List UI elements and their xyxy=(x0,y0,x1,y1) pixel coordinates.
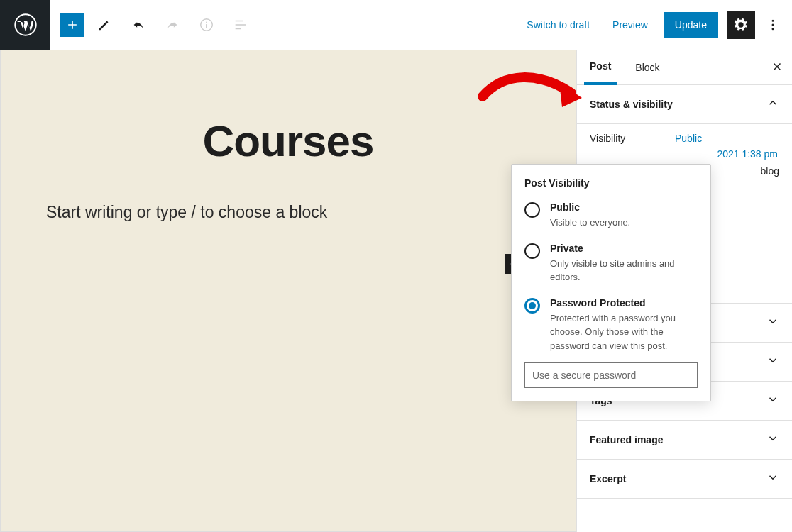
update-button[interactable]: Update xyxy=(664,12,718,38)
undo-icon[interactable] xyxy=(124,11,153,39)
option-title: Public xyxy=(550,201,630,213)
post-visibility-popover: Post Visibility Public Visible to everyo… xyxy=(511,164,711,401)
radio-icon xyxy=(524,298,540,314)
outline-icon[interactable] xyxy=(226,11,255,39)
featured-image-label: Featured image xyxy=(590,434,663,445)
visibility-option-public[interactable]: Public Visible to everyone. xyxy=(524,201,698,230)
toolbar-right: Switch to draft Preview Update xyxy=(519,11,792,39)
chevron-up-icon xyxy=(766,96,779,112)
add-block-button[interactable] xyxy=(60,13,84,37)
svg-point-4 xyxy=(772,20,774,22)
editor-canvas[interactable]: Courses Start writing or type / to choos… xyxy=(0,50,576,532)
chevron-down-icon xyxy=(766,315,779,331)
redo-icon[interactable] xyxy=(158,11,187,39)
close-sidebar-icon[interactable] xyxy=(771,60,783,76)
chevron-down-icon xyxy=(766,393,779,409)
chevron-down-icon xyxy=(766,354,779,370)
visibility-option-password[interactable]: Password Protected Protected with a pass… xyxy=(524,297,698,353)
popover-title: Post Visibility xyxy=(524,177,698,189)
chevron-down-icon xyxy=(766,432,779,448)
toolbar-left xyxy=(50,11,255,39)
status-visibility-panel-header[interactable]: Status & visibility xyxy=(577,85,792,124)
page-title[interactable]: Courses xyxy=(1,116,576,166)
excerpt-panel-header[interactable]: Excerpt xyxy=(577,460,792,499)
preview-link[interactable]: Preview xyxy=(605,15,655,35)
svg-point-5 xyxy=(772,24,774,26)
switch-to-draft-link[interactable]: Switch to draft xyxy=(519,15,597,35)
wordpress-logo[interactable] xyxy=(0,0,50,50)
svg-point-6 xyxy=(772,28,774,30)
option-title: Password Protected xyxy=(550,297,698,309)
option-desc: Only visible to site admins and editors. xyxy=(550,257,698,284)
radio-icon xyxy=(524,202,540,218)
info-icon[interactable] xyxy=(192,11,221,39)
edit-mode-icon[interactable] xyxy=(90,11,119,39)
tab-block[interactable]: Block xyxy=(629,51,665,84)
option-desc: Protected with a password you choose. On… xyxy=(550,311,698,353)
chevron-down-icon xyxy=(766,471,779,487)
status-visibility-label: Status & visibility xyxy=(590,99,673,110)
tab-post[interactable]: Post xyxy=(584,50,617,85)
option-desc: Visible to everyone. xyxy=(550,216,630,230)
settings-toggle-button[interactable] xyxy=(727,11,755,39)
sidebar-tabs: Post Block xyxy=(577,50,792,85)
featured-image-panel-header[interactable]: Featured image xyxy=(577,421,792,460)
block-placeholder[interactable]: Start writing or type / to choose a bloc… xyxy=(1,203,576,222)
visibility-value[interactable]: Public xyxy=(675,133,702,144)
svg-rect-3 xyxy=(206,24,207,28)
excerpt-label: Excerpt xyxy=(590,473,626,484)
publish-datetime[interactable]: 2021 1:38 pm xyxy=(590,148,779,160)
option-title: Private xyxy=(550,243,698,254)
visibility-option-private[interactable]: Private Only visible to site admins and … xyxy=(524,243,698,284)
password-input[interactable] xyxy=(524,362,698,388)
editor-topbar: Switch to draft Preview Update xyxy=(0,0,792,50)
more-options-icon[interactable] xyxy=(764,11,782,39)
radio-icon xyxy=(524,243,540,259)
svg-point-2 xyxy=(206,21,207,23)
visibility-label: Visibility xyxy=(590,133,675,144)
